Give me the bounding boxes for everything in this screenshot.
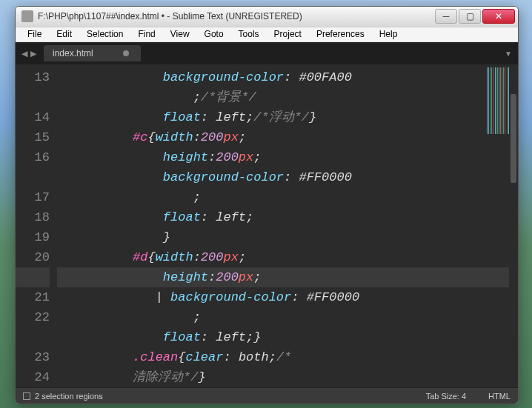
status-icon xyxy=(23,392,30,400)
tab-index-html[interactable]: index.html xyxy=(44,45,141,61)
app-icon xyxy=(21,10,33,22)
menu-file[interactable]: File xyxy=(20,27,49,41)
code-line[interactable]: float: left;/*浮动*/} xyxy=(57,107,518,127)
tab-prev-icon[interactable]: ◀ xyxy=(21,49,27,58)
tab-nav: ◀ ▶ xyxy=(21,49,36,58)
app-window: F:\PHP\php\1107##\index.html • - Sublime… xyxy=(15,6,519,404)
code-line[interactable]: height:200px; xyxy=(57,147,518,167)
code-line[interactable]: 清除浮动*/} xyxy=(57,367,518,387)
window-title: F:\PHP\php\1107##\index.html • - Sublime… xyxy=(38,11,435,21)
minimap[interactable] xyxy=(487,67,509,134)
gutter-line: 14 xyxy=(16,107,50,127)
gutter: 13 141516 17181920 2122 2324 xyxy=(16,64,57,387)
code-line[interactable]: float: left;} xyxy=(57,327,518,347)
gutter-line: 24 xyxy=(16,367,50,387)
window-controls: ─ ▢ ✕ xyxy=(435,9,515,24)
statusbar: 2 selection regions Tab Size: 4 HTML xyxy=(16,387,518,404)
scrollbar-thumb[interactable] xyxy=(511,94,516,183)
menubar: FileEditSelectionFindViewGotoToolsProjec… xyxy=(16,27,518,42)
tab-overflow-icon[interactable]: ▼ xyxy=(505,50,512,58)
code-content[interactable]: background-color: #00FA00 ;/*背景*/ float:… xyxy=(57,64,518,387)
close-button[interactable]: ✕ xyxy=(482,9,515,24)
status-tab-size[interactable]: Tab Size: 4 xyxy=(426,392,466,401)
gutter-line xyxy=(16,87,50,107)
gutter-line: 23 xyxy=(16,347,50,367)
code-line[interactable]: ; xyxy=(57,187,518,207)
menu-goto[interactable]: Goto xyxy=(197,27,231,41)
code-area[interactable]: 13 141516 17181920 2122 2324 background-… xyxy=(16,64,518,387)
menu-find[interactable]: Find xyxy=(130,27,162,41)
code-line[interactable]: | background-color: #FF0000 xyxy=(57,287,518,307)
tab-bar: ◀ ▶ index.html ▼ xyxy=(16,42,518,64)
menu-edit[interactable]: Edit xyxy=(49,27,79,41)
gutter-line: 13 xyxy=(16,67,50,87)
tab-next-icon[interactable]: ▶ xyxy=(30,49,36,58)
menu-view[interactable]: View xyxy=(163,27,197,41)
tab-label: index.html xyxy=(53,48,93,58)
code-line[interactable]: } xyxy=(57,227,518,247)
tab-dirty-indicator xyxy=(123,50,129,56)
gutter-line xyxy=(16,327,50,347)
minimize-button[interactable]: ─ xyxy=(435,9,457,24)
gutter-line: 19 xyxy=(16,227,50,247)
gutter-line: 17 xyxy=(16,187,50,207)
gutter-line: 22 xyxy=(16,307,50,327)
gutter-line: 15 xyxy=(16,127,50,147)
code-line[interactable]: .clean{clear: both;/* xyxy=(57,347,518,367)
menu-project[interactable]: Project xyxy=(267,27,309,41)
gutter-line xyxy=(16,267,50,287)
vertical-scrollbar[interactable] xyxy=(509,64,518,387)
code-line[interactable]: ; xyxy=(57,307,518,327)
code-line[interactable]: #c{width:200px; xyxy=(57,127,518,147)
code-line[interactable]: height:200px; xyxy=(57,267,518,287)
code-line[interactable]: background-color: #FF0000 xyxy=(57,167,518,187)
menu-tools[interactable]: Tools xyxy=(231,27,267,41)
gutter-line: 20 xyxy=(16,247,50,267)
code-line[interactable]: #d{width:200px; xyxy=(57,247,518,267)
gutter-line xyxy=(16,167,50,187)
gutter-line: 21 xyxy=(16,287,50,307)
editor: ◀ ▶ index.html ▼ 13 141516 17181920 2122… xyxy=(16,42,518,404)
menu-selection[interactable]: Selection xyxy=(79,27,130,41)
status-syntax[interactable]: HTML xyxy=(488,392,511,401)
code-line[interactable]: ;/*背景*/ xyxy=(57,87,518,107)
gutter-line: 18 xyxy=(16,207,50,227)
code-line[interactable]: float: left; xyxy=(57,207,518,227)
code-line[interactable]: background-color: #00FA00 xyxy=(57,67,518,87)
status-selection: 2 selection regions xyxy=(35,392,103,401)
titlebar[interactable]: F:\PHP\php\1107##\index.html • - Sublime… xyxy=(16,7,518,27)
menu-help[interactable]: Help xyxy=(372,27,405,41)
menu-preferences[interactable]: Preferences xyxy=(309,27,372,41)
maximize-button[interactable]: ▢ xyxy=(459,9,481,24)
gutter-line: 16 xyxy=(16,147,50,167)
